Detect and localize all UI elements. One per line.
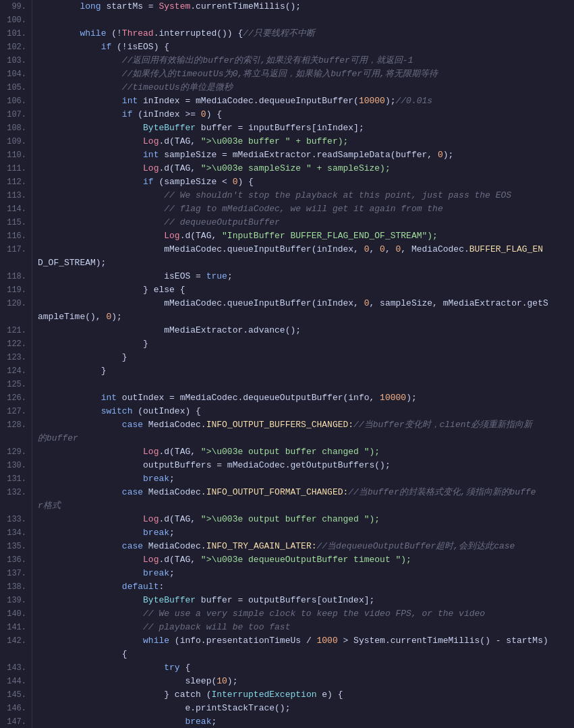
token: if bbox=[101, 42, 112, 52]
line-number: 99. bbox=[5, 0, 26, 13]
line-number: 146. bbox=[5, 702, 26, 715]
token bbox=[38, 325, 164, 335]
code-line: long startMs = System.currentTimeMillis(… bbox=[38, 0, 569, 13]
token bbox=[38, 204, 164, 214]
token: ">\u003e buffer " + buffer); bbox=[201, 136, 348, 146]
token: ); bbox=[227, 676, 238, 686]
line-number: 130. bbox=[5, 459, 26, 472]
token bbox=[38, 690, 164, 700]
token: while bbox=[143, 636, 169, 646]
token: ); bbox=[111, 312, 122, 322]
line-number: 123. bbox=[5, 351, 26, 364]
token: switch bbox=[101, 406, 133, 416]
line-number: 114. bbox=[5, 202, 26, 216]
token: MediaCodec. bbox=[143, 420, 206, 430]
token: 0 bbox=[380, 244, 385, 254]
code-line: //返回用有效输出的buffer的索引,如果没有相关buffer可用，就返回-1 bbox=[38, 54, 569, 67]
line-number: 138. bbox=[5, 580, 26, 594]
token bbox=[38, 393, 101, 403]
code-line: } bbox=[38, 364, 569, 378]
line-number: 119. bbox=[5, 283, 26, 297]
token bbox=[38, 136, 143, 146]
token: 0 bbox=[364, 244, 370, 254]
token bbox=[38, 622, 143, 632]
line-number: 139. bbox=[5, 594, 26, 607]
code-line: switch (outIndex) { bbox=[38, 405, 569, 418]
code-editor: 99.100.101.102.103.104.105.106.107.108.1… bbox=[0, 0, 574, 728]
line-number bbox=[5, 432, 26, 445]
line-number: 135. bbox=[5, 540, 26, 553]
token: 1000 bbox=[316, 636, 337, 646]
code-line: mMediaCodec.queueInputBuffer(inIndex, 0,… bbox=[38, 243, 569, 256]
code-line: e.printStackTrace(); bbox=[38, 702, 569, 715]
line-number: 147. bbox=[5, 715, 26, 728]
token bbox=[38, 217, 164, 227]
token: r格式 bbox=[38, 501, 61, 511]
token: e.printStackTrace(); bbox=[185, 703, 290, 713]
token: Log bbox=[143, 447, 159, 457]
code-line: if (!isEOS) { bbox=[38, 40, 569, 54]
code-line: ByteBuffer buffer = inputBuffers[inIndex… bbox=[38, 121, 569, 135]
token: INFO_OUTPUT_BUFFERS_CHANGED: bbox=[206, 420, 353, 430]
token bbox=[38, 42, 101, 52]
token: startMs = bbox=[101, 1, 159, 11]
token bbox=[38, 541, 122, 551]
token: , bbox=[385, 244, 396, 254]
token: Log bbox=[164, 231, 179, 241]
line-number: 118. bbox=[5, 270, 26, 283]
token: mMediaCodec.queueInputBuffer(inIndex, bbox=[164, 244, 364, 254]
code-line: while (!Thread.interrupted()) {//只要线程不中断 bbox=[38, 27, 569, 40]
token bbox=[38, 636, 143, 646]
line-number: 143. bbox=[5, 661, 26, 675]
token: ByteBuffer bbox=[143, 595, 196, 605]
token: ; bbox=[169, 474, 175, 484]
code-content[interactable]: long startMs = System.currentTimeMillis(… bbox=[32, 0, 574, 728]
code-line: case MediaCodec.INFO_OUTPUT_BUFFERS_CHAN… bbox=[38, 418, 569, 432]
token: ) { bbox=[206, 109, 222, 119]
code-line: break; bbox=[38, 526, 569, 540]
token: Log bbox=[143, 163, 159, 173]
token: //timeoutUs的单位是微秒 bbox=[122, 82, 233, 92]
token bbox=[38, 244, 164, 254]
token: int bbox=[143, 150, 159, 160]
token: sampleSize = mMediaExtractor.readSampleD… bbox=[159, 150, 437, 160]
token: case bbox=[122, 541, 143, 551]
code-line: sleep(10); bbox=[38, 675, 569, 688]
line-number: 144. bbox=[5, 675, 26, 688]
token: { bbox=[180, 663, 191, 673]
token bbox=[38, 109, 122, 119]
token: sleep( bbox=[185, 676, 217, 686]
token: //当dequeueOutputBuffer超时,会到达此case bbox=[317, 541, 515, 551]
token bbox=[38, 717, 185, 727]
line-number bbox=[5, 256, 26, 270]
code-line: //timeoutUs的单位是微秒 bbox=[38, 81, 569, 94]
line-number: 132. bbox=[5, 486, 26, 499]
token: MediaCodec. bbox=[143, 487, 206, 497]
token: true bbox=[206, 271, 227, 281]
code-line: case MediaCodec.INFO_OUTPUT_FORMAT_CHANG… bbox=[38, 486, 569, 499]
token: default bbox=[122, 582, 159, 592]
code-line: break; bbox=[38, 567, 569, 580]
code-line: // flag to mMediaCodec, we will get it a… bbox=[38, 202, 569, 216]
code-line: { bbox=[38, 648, 569, 661]
code-line: //如果传入的timeoutUs为0,将立马返回，如果输入buffer可用,将无… bbox=[38, 67, 569, 81]
token: InterruptedException bbox=[211, 690, 316, 700]
token: break bbox=[143, 474, 169, 484]
token bbox=[38, 460, 143, 470]
token: ">\u003e sampleSize " + sampleSize); bbox=[201, 163, 391, 173]
token: (! bbox=[106, 28, 121, 38]
token: .d(TAG, bbox=[159, 555, 200, 565]
token: , MediaCodec. bbox=[401, 244, 469, 254]
token: 10000 bbox=[380, 393, 406, 403]
token: ); bbox=[443, 150, 454, 160]
code-line: } bbox=[38, 351, 569, 364]
code-line: try { bbox=[38, 661, 569, 675]
line-number: 122. bbox=[5, 337, 26, 351]
token: //当buffer变化时，client必须重新指向新 bbox=[353, 420, 532, 430]
token bbox=[38, 150, 143, 160]
token bbox=[38, 96, 122, 106]
token: int bbox=[122, 96, 138, 106]
token: mMediaExtractor.advance(); bbox=[164, 325, 301, 335]
code-line: Log.d(TAG, "InputBuffer BUFFER_FLAG_END_… bbox=[38, 229, 569, 243]
code-line: default: bbox=[38, 580, 569, 594]
